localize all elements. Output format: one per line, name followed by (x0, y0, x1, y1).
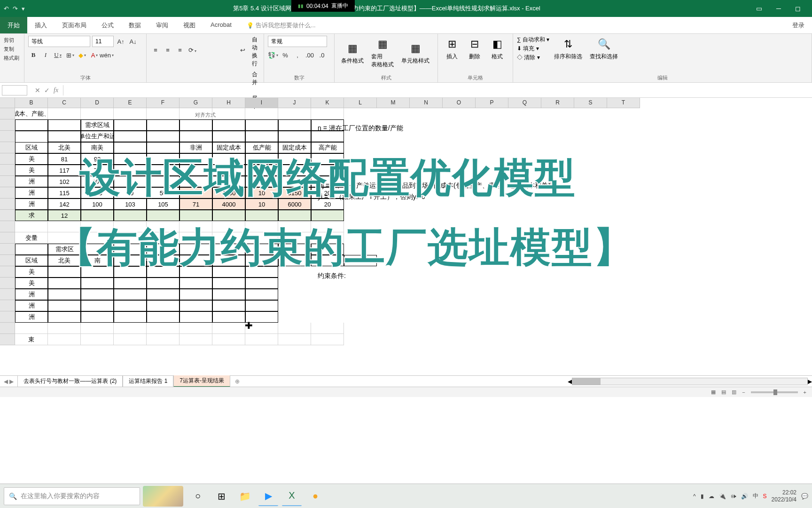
cell[interactable] (180, 176, 212, 187)
cell[interactable] (311, 165, 344, 176)
cell[interactable] (245, 221, 278, 232)
cell[interactable] (81, 300, 114, 311)
tray-app-icon[interactable]: ▮ (701, 493, 704, 500)
col-header-F[interactable]: F (147, 98, 180, 108)
undo-icon[interactable]: ↶ (4, 5, 9, 12)
cell[interactable]: 102 (48, 176, 81, 187)
cell[interactable] (81, 311, 114, 323)
cell[interactable] (147, 210, 180, 221)
name-box[interactable] (2, 85, 27, 95)
col-header-P[interactable]: P (476, 98, 508, 108)
cell[interactable] (15, 244, 48, 255)
cell[interactable]: 需求区域 (81, 119, 114, 131)
tab-insert[interactable]: 插入 (27, 17, 55, 33)
view-page-break-icon[interactable]: ▥ (732, 389, 736, 395)
cell[interactable]: 115 (48, 187, 81, 198)
task-view-icon[interactable]: ⊞ (211, 486, 231, 506)
cell[interactable] (147, 255, 180, 266)
cell[interactable] (114, 334, 147, 345)
cell[interactable] (278, 131, 311, 142)
cell[interactable]: 低产能 (245, 142, 278, 153)
cell[interactable]: 洲 (15, 176, 48, 187)
cell[interactable]: 洲 (15, 187, 48, 198)
cortana-icon[interactable]: ○ (188, 486, 208, 506)
cell[interactable] (180, 266, 212, 278)
format-painter-button[interactable]: 格式刷 (4, 54, 20, 63)
cell[interactable] (180, 108, 212, 119)
cell[interactable] (245, 244, 278, 255)
cell[interactable] (81, 210, 114, 221)
cell[interactable] (114, 165, 147, 176)
cell[interactable] (278, 119, 311, 131)
cell[interactable]: 12 (48, 210, 81, 221)
cell[interactable] (147, 153, 180, 165)
cell[interactable] (81, 108, 114, 119)
cell[interactable] (147, 266, 180, 278)
cell[interactable] (114, 311, 147, 323)
view-normal-icon[interactable]: ▦ (711, 389, 716, 395)
cell[interactable] (81, 334, 114, 345)
tellme-search[interactable]: 告诉我您想要做什么... (239, 17, 323, 33)
tray-network-icon[interactable]: 🕪 (731, 493, 736, 500)
cell[interactable] (212, 244, 245, 255)
cell[interactable] (147, 232, 180, 244)
select-all-corner[interactable] (0, 98, 15, 108)
video-app-icon[interactable]: ▶ (258, 486, 278, 506)
delete-cells-button[interactable]: ⊟删除 (464, 36, 485, 62)
cell[interactable]: 92 (81, 153, 114, 165)
cell[interactable]: 90 (114, 187, 147, 198)
insert-cells-button[interactable]: ⊞插入 (442, 36, 462, 62)
cell[interactable]: 南美 (81, 142, 114, 153)
cell[interactable] (114, 255, 147, 266)
cell[interactable]: 105 (81, 176, 114, 187)
cell[interactable]: 4000 (212, 198, 245, 210)
cell[interactable] (311, 244, 344, 255)
cell[interactable]: 59 (147, 187, 180, 198)
qat-more-icon[interactable]: ▾ (22, 5, 25, 12)
cell[interactable]: 北美 (48, 255, 81, 266)
tab-acrobat[interactable]: Acrobat (203, 17, 239, 33)
cell[interactable] (147, 278, 180, 289)
cell[interactable] (245, 300, 278, 311)
cell[interactable]: 105 (147, 198, 180, 210)
bold-button[interactable]: B (28, 50, 39, 60)
cell[interactable] (245, 210, 278, 221)
col-header-D[interactable]: D (81, 98, 114, 108)
cell[interactable]: 美 (15, 165, 48, 176)
cell[interactable] (245, 278, 278, 289)
cell[interactable] (245, 311, 278, 323)
col-header-R[interactable]: R (541, 98, 574, 108)
borders-button[interactable]: ⊞ (65, 50, 75, 60)
tray-volume-icon[interactable]: 🔊 (741, 493, 748, 500)
align-top-icon[interactable]: ≡ (150, 47, 161, 57)
cell[interactable] (48, 289, 81, 300)
cell[interactable]: 变量 (15, 232, 48, 244)
format-cells-button[interactable]: ◧格式 (487, 36, 508, 62)
cell[interactable] (81, 244, 114, 255)
col-header-O[interactable]: O (443, 98, 476, 108)
tray-input-icon[interactable]: S (763, 493, 767, 500)
cell[interactable] (81, 323, 114, 334)
decrease-decimal-icon[interactable]: .0 (317, 50, 327, 60)
tab-home[interactable]: 开始 (0, 17, 27, 33)
cell[interactable] (212, 232, 245, 244)
orientation-icon[interactable]: ⟳ (187, 47, 197, 57)
cell[interactable]: 6000 (278, 198, 311, 210)
cell[interactable] (81, 266, 114, 278)
horizontal-scrollbar[interactable]: ◀▶ (568, 377, 812, 386)
cell[interactable] (212, 176, 245, 187)
cell[interactable] (180, 278, 212, 289)
cell[interactable] (180, 255, 212, 266)
cell[interactable] (278, 232, 311, 244)
cell[interactable] (114, 278, 147, 289)
cell[interactable] (147, 289, 180, 300)
number-format-combo[interactable] (268, 36, 327, 47)
col-header-E[interactable]: E (114, 98, 147, 108)
cell[interactable] (48, 334, 81, 345)
cell[interactable]: 142 (48, 198, 81, 210)
cell[interactable] (114, 131, 147, 142)
cell[interactable]: 103 (114, 198, 147, 210)
comma-format-icon[interactable]: , (292, 50, 303, 60)
cell[interactable]: 固定成本 (212, 142, 245, 153)
cell[interactable]: 117 (48, 165, 81, 176)
